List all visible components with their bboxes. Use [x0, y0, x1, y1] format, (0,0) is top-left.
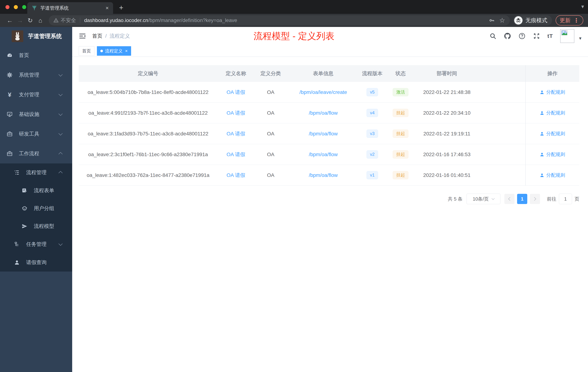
form-link[interactable]: /bpm/oa/flow	[309, 110, 338, 116]
caret-down-icon[interactable]: ▾	[579, 35, 581, 41]
zoom-window-button[interactable]	[22, 5, 26, 9]
goto-page-input[interactable]	[559, 194, 572, 204]
definition-name-link[interactable]: OA 请假	[227, 172, 245, 178]
close-window-button[interactable]	[5, 5, 10, 9]
monitor-icon	[7, 111, 13, 117]
browser-tabstrip: 芋道管理系统 × + ▾	[0, 0, 588, 14]
definition-name-link[interactable]: OA 请假	[227, 110, 245, 116]
tag-process-definition[interactable]: 流程定义 ×	[97, 46, 131, 56]
reload-icon[interactable]: ↻	[25, 17, 35, 24]
person-icon	[14, 259, 20, 265]
security-label[interactable]: 不安全	[61, 17, 76, 24]
incognito-icon	[514, 16, 523, 25]
url-bar[interactable]: 不安全 dashboard.yudao.iocoder.cn /bpm/mana…	[49, 15, 510, 25]
paper-plane-icon	[21, 223, 28, 229]
assign-rule-button[interactable]: 分配规则	[540, 110, 565, 116]
bookmark-star-icon[interactable]: ☆	[499, 17, 505, 24]
chevron-up-icon	[59, 171, 63, 175]
window-controls	[5, 5, 26, 9]
avatar[interactable]	[560, 29, 574, 43]
version-badge: v5	[367, 88, 378, 96]
definition-name-link[interactable]: OA 请假	[227, 131, 245, 136]
breadcrumb-home[interactable]: 首页	[92, 33, 102, 40]
definition-id: oa_leave:2:3c1f0ef1-76b1-11ec-9c66-a2380…	[79, 152, 218, 157]
assign-rule-button[interactable]: 分配规则	[540, 172, 565, 178]
toolbox-icon	[7, 131, 13, 137]
help-icon[interactable]	[518, 33, 526, 40]
breadcrumb-current: 流程定义	[110, 33, 130, 40]
status-badge: 挂起	[393, 109, 408, 117]
page-content: 定义编号 定义名称 定义分类 表单信息 流程版本 状态 部署时间 操作 oa_l…	[72, 57, 588, 372]
col-header-version: 流程版本	[359, 70, 385, 77]
page-size-select[interactable]: 10条/页	[467, 194, 500, 204]
password-key-icon[interactable]	[489, 17, 494, 23]
update-button[interactable]: 更新 ⋮	[556, 15, 583, 25]
forward-icon[interactable]: →	[15, 17, 25, 24]
font-size-icon[interactable]: tT	[547, 33, 553, 39]
sidebar-item-workflow[interactable]: 工作流程	[0, 144, 72, 164]
tab-close-icon[interactable]: ×	[105, 5, 109, 11]
form-link[interactable]: /bpm/oa/flow	[309, 152, 338, 157]
sidebar-item-user-group[interactable]: 用户分组	[0, 199, 72, 217]
sidebar-item-payment[interactable]: ¥ 支付管理	[0, 85, 72, 104]
form-link[interactable]: /bpm/oa/leave/create	[299, 89, 347, 95]
form-link[interactable]: /bpm/oa/flow	[309, 172, 338, 178]
tree-list-icon	[14, 169, 20, 176]
deploy-time: 2022-01-16 01:40:51	[416, 172, 478, 178]
minimize-window-button[interactable]	[14, 5, 18, 9]
deploy-time: 2022-01-22 21:48:38	[416, 89, 478, 95]
definition-name-link[interactable]: OA 请假	[227, 152, 245, 157]
assign-rule-button[interactable]: 分配规则	[540, 89, 565, 95]
sidebar-item-label: 任务管理	[26, 241, 47, 248]
hamburger-icon[interactable]	[79, 33, 86, 39]
github-icon[interactable]	[504, 33, 511, 40]
sidebar-item-home[interactable]: 首页	[0, 45, 72, 65]
sidebar-item-task-management[interactable]: 任务管理	[0, 235, 72, 253]
page-annotation: 流程模型 - 定义列表	[254, 30, 334, 42]
browser-tab[interactable]: 芋道管理系统 ×	[27, 2, 113, 14]
definition-category: OA	[254, 89, 287, 95]
prev-page-button[interactable]	[504, 194, 514, 204]
tag-close-icon[interactable]: ×	[125, 48, 128, 54]
home-icon[interactable]: ⌂	[35, 17, 45, 24]
tag-home[interactable]: 首页	[79, 46, 94, 56]
definition-name-link[interactable]: OA 请假	[227, 89, 245, 95]
sidebar-logo[interactable]: 芋道管理系统	[0, 27, 72, 45]
table-row: oa_leave:2:3c1f0ef1-76b1-11ec-9c66-a2380…	[79, 144, 579, 165]
sidebar-item-leave-query[interactable]: 请假查询	[0, 253, 72, 272]
sidebar-item-infra[interactable]: 基础设施	[0, 104, 72, 124]
new-tab-button[interactable]: +	[119, 4, 123, 11]
col-header-form: 表单信息	[287, 70, 359, 77]
table-header-row: 定义编号 定义名称 定义分类 表单信息 流程版本 状态 部署时间 操作	[79, 65, 579, 82]
sidebar-item-label: 支付管理	[19, 91, 39, 98]
sidebar-item-system[interactable]: 系统管理	[0, 65, 72, 85]
incognito-label: 无痕模式	[525, 17, 547, 24]
fullscreen-icon[interactable]	[533, 33, 540, 40]
sidebar-item-process-model[interactable]: 流程模型	[0, 217, 72, 235]
sidebar-item-process-management[interactable]: 流程管理	[0, 164, 72, 182]
goto-label: 前往	[547, 196, 556, 202]
tags-view-bar: 首页 流程定义 ×	[72, 45, 588, 57]
breadcrumb: 首页 / 流程定义	[92, 33, 130, 40]
search-tabs-icon[interactable]: ▾	[581, 3, 584, 10]
current-page-button[interactable]: 1	[517, 194, 527, 204]
person-icon	[540, 131, 544, 136]
page-unit-label: 页	[575, 196, 579, 202]
sidebar-item-label: 研发工具	[19, 131, 39, 137]
sidebar-item-process-form[interactable]: 流程表单	[0, 182, 72, 199]
sidebar-item-label: 首页	[19, 52, 29, 59]
assign-rule-button[interactable]: 分配规则	[540, 131, 565, 137]
sidebar-item-devtools[interactable]: 研发工具	[0, 124, 72, 144]
next-page-button[interactable]	[530, 194, 540, 204]
version-badge: v4	[367, 109, 378, 117]
table-row: oa_leave:3:1fad3d93-7b75-11ec-a3c8-acde4…	[79, 123, 579, 144]
assign-rule-button[interactable]: 分配规则	[540, 151, 565, 158]
browser-menu-dots-icon[interactable]: ⋮	[573, 17, 579, 24]
chevron-down-icon	[59, 72, 63, 77]
sidebar-item-label: 流程管理	[26, 169, 47, 176]
search-icon[interactable]	[489, 33, 496, 40]
back-icon[interactable]: ←	[5, 17, 15, 24]
definition-category: OA	[254, 152, 287, 157]
form-link[interactable]: /bpm/oa/flow	[309, 131, 338, 136]
definition-id: oa_leave:1:482ec033-762a-11ec-8477-a2380…	[79, 172, 218, 178]
